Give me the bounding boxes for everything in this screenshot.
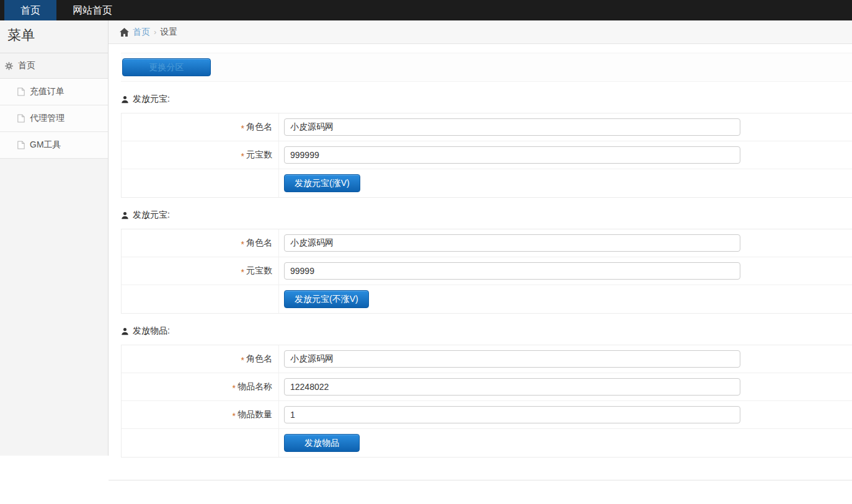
sidebar-item-label: 充值订单 <box>30 86 64 97</box>
required-mark: * <box>241 265 244 277</box>
field-value-cell <box>279 373 852 400</box>
main-panel: 首页 › 设置 更换分区 发放元宝: <box>109 20 852 504</box>
form-row: * 角色名 <box>122 113 852 141</box>
section-heading-grant-ingots-novip: 发放元宝: <box>121 210 852 221</box>
nav-tab-home[interactable]: 首页 <box>4 0 56 20</box>
submit-cell: 发放元宝(涨V) <box>279 169 852 197</box>
nav-tab-site-home[interactable]: 网站首页 <box>56 0 128 20</box>
section-title: 发放物品: <box>133 325 170 337</box>
field-label <box>122 169 279 197</box>
required-mark: * <box>241 149 244 161</box>
person-icon <box>121 95 129 104</box>
ingot-amount-input-1[interactable] <box>284 146 740 164</box>
required-mark: * <box>241 353 244 365</box>
grant-ingots-vip-button[interactable]: 发放元宝(涨V) <box>284 174 360 192</box>
change-zone-button[interactable]: 更换分区 <box>122 58 211 76</box>
form-row: 发放元宝(不涨V) <box>122 285 852 313</box>
field-value-cell <box>279 257 852 285</box>
field-label: * 元宝数 <box>122 257 279 285</box>
required-mark: * <box>241 237 244 249</box>
field-label <box>122 429 279 457</box>
ingot-amount-input-2[interactable] <box>284 262 740 280</box>
field-label: * 角色名 <box>122 113 279 141</box>
field-label: * 元宝数 <box>122 141 279 169</box>
home-icon <box>120 28 129 37</box>
form-row: * 物品数量 <box>122 401 852 429</box>
required-mark: * <box>233 381 236 393</box>
section-title: 发放元宝: <box>133 210 170 221</box>
role-name-input-3[interactable] <box>284 350 740 368</box>
field-label: * 物品数量 <box>122 401 279 428</box>
sidebar-item-label: 首页 <box>18 60 35 71</box>
grant-item-form: * 角色名 * 物品名称 <box>121 345 852 458</box>
sidebar-item-label: GM工具 <box>30 139 61 151</box>
sidebar: 菜单 首页 <box>0 20 109 456</box>
form-row: * 元宝数 <box>122 257 852 285</box>
grant-ingots-vip-form: * 角色名 * 元宝数 <box>121 113 852 198</box>
field-value-cell <box>279 229 852 257</box>
main-layout: 菜单 首页 <box>0 20 852 504</box>
field-label-text: 角色名 <box>246 237 272 249</box>
field-label-text: 物品数量 <box>237 409 272 420</box>
sidebar-item-agent-management[interactable]: 代理管理 <box>0 105 108 132</box>
form-row: 发放物品 <box>122 429 852 457</box>
sidebar-title: 菜单 <box>0 20 108 53</box>
section-title: 发放元宝: <box>133 94 170 105</box>
breadcrumb: 首页 › 设置 <box>109 20 852 44</box>
field-label-text: 元宝数 <box>246 149 272 161</box>
field-label: * 物品名称 <box>122 373 279 400</box>
person-icon <box>121 327 129 335</box>
field-label-text: 元宝数 <box>246 265 272 276</box>
document-icon <box>17 141 25 149</box>
content-area: 更换分区 发放元宝: * 角色名 <box>109 44 852 458</box>
submit-cell: 发放元宝(不涨V) <box>279 285 852 313</box>
field-value-cell <box>279 345 852 373</box>
gear-icon <box>5 62 13 70</box>
required-mark: * <box>241 122 244 133</box>
sidebar-item-recharge-orders[interactable]: 充值订单 <box>0 79 108 105</box>
field-label: * 角色名 <box>122 345 279 373</box>
submit-cell: 发放物品 <box>279 429 852 457</box>
item-quantity-input[interactable] <box>284 406 740 423</box>
section-heading-grant-ingots-vip: 发放元宝: <box>121 94 852 105</box>
breadcrumb-current: 设置 <box>160 27 177 38</box>
field-value-cell <box>279 141 852 169</box>
form-row: * 物品名称 <box>122 373 852 401</box>
required-mark: * <box>233 409 236 421</box>
form-row: * 角色名 <box>122 229 852 257</box>
document-icon <box>17 114 25 123</box>
toolbar: 更换分区 <box>121 53 852 82</box>
field-value-cell <box>279 113 852 141</box>
sidebar-item-label: 代理管理 <box>30 113 64 124</box>
breadcrumb-home-link[interactable]: 首页 <box>133 27 150 38</box>
form-row: 发放元宝(涨V) <box>122 169 852 197</box>
form-row: * 角色名 <box>122 345 852 373</box>
field-label <box>122 285 279 313</box>
field-label: * 角色名 <box>122 229 279 257</box>
person-icon <box>121 211 129 219</box>
document-icon <box>17 87 25 96</box>
role-name-input-1[interactable] <box>284 118 740 136</box>
footer-divider <box>109 480 852 480</box>
sidebar-item-home[interactable]: 首页 <box>0 53 108 79</box>
sidebar-item-gm-tools[interactable]: GM工具 <box>0 132 108 159</box>
grant-ingots-novip-button[interactable]: 发放元宝(不涨V) <box>284 290 369 308</box>
field-label-text: 角色名 <box>246 353 272 365</box>
grant-ingots-novip-form: * 角色名 * 元宝数 <box>121 229 852 314</box>
item-name-input[interactable] <box>284 378 740 396</box>
sidebar-column: 菜单 首页 <box>0 20 109 504</box>
grant-item-button[interactable]: 发放物品 <box>284 434 360 452</box>
section-heading-grant-item: 发放物品: <box>121 325 852 337</box>
role-name-input-2[interactable] <box>284 234 740 252</box>
field-label-text: 角色名 <box>246 122 272 133</box>
field-label-text: 物品名称 <box>237 381 272 392</box>
field-value-cell <box>279 401 852 428</box>
top-navbar: 首页 网站首页 <box>0 0 852 20</box>
form-row: * 元宝数 <box>122 141 852 169</box>
breadcrumb-separator: › <box>154 27 156 37</box>
